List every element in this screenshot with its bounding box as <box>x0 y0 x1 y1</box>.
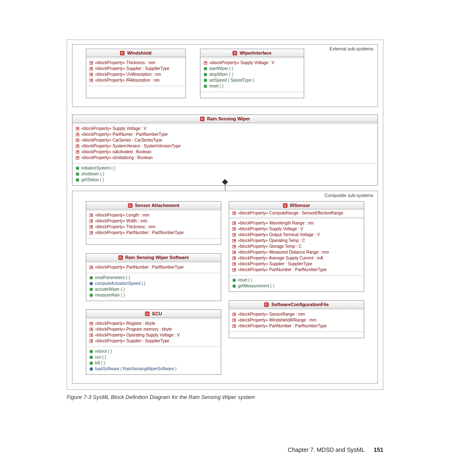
prop-icon <box>232 239 236 242</box>
class-icon: C <box>283 203 288 208</box>
block-title: ECU <box>152 311 162 316</box>
class-icon: C <box>264 302 269 307</box>
prop-icon <box>232 251 236 254</box>
class-icon: C <box>118 255 123 260</box>
block-title: IRSensor <box>290 203 310 208</box>
prop-item: «blockProperty» ComputeRange : SensorEff… <box>232 210 360 216</box>
footer-chapter: Chapter 7. MDSD and SysML <box>288 446 365 453</box>
op-item: reset ( ) <box>204 83 300 89</box>
op-item: readParameters ( ) <box>90 275 218 281</box>
prop-icon <box>90 73 93 76</box>
prop-item: «blockProperty» Supply Voltage : V <box>232 226 360 232</box>
figure-caption: Figure 7-3 SysML Block Definition Diagra… <box>67 394 383 400</box>
prop-item: «blockProperty» Supply Voltage : V <box>76 126 374 132</box>
prop-item: «blockProperty» Wavelength Range : nm <box>232 220 360 226</box>
prop-item: «blockProperty» Storage Temp : C <box>232 244 360 249</box>
op-icon <box>90 356 93 359</box>
prop-item: «blockProperty» SensorRange : mm <box>232 312 360 317</box>
block-empty <box>229 332 364 338</box>
block-props: «blockProperty» Wavelength Range : nm «b… <box>229 219 364 276</box>
op-icon <box>76 178 79 182</box>
prop-icon <box>90 334 93 337</box>
op-item: measureRain ( ) <box>90 292 218 298</box>
op-icon <box>90 350 93 353</box>
block-header: C Sensor Attachement <box>86 202 221 209</box>
col-right: C IRSensor «blockProperty» ComputeRange … <box>229 201 364 342</box>
package-label-external: External sub-systems <box>330 46 373 51</box>
block-ecu: C ECU «blockProperty» Register : kbyte «… <box>86 309 221 375</box>
prop-icon <box>76 127 79 130</box>
op-item: getMeasurement ( ) <box>232 283 360 289</box>
prop-item: «blockProperty» Thickness : mm <box>90 60 182 66</box>
op-item: InitializeSystem ( ) <box>76 165 374 171</box>
block-swcfg: C SoftwareConfigurationFile «blockProper… <box>229 300 364 338</box>
prop-item: «blockProperty» Average Supply Current :… <box>232 255 360 261</box>
prop-icon <box>76 139 79 142</box>
prop-icon <box>232 319 236 322</box>
prop-item: «blockProperty» SystemVersion : SystemVe… <box>76 143 374 149</box>
class-icon: C <box>200 117 205 121</box>
prop-item: «blockProperty» Supplier : SupplierType <box>90 338 218 344</box>
block-ops: reboot ( ) run ( ) kill ( ) loadSoftware… <box>86 347 221 374</box>
block-header: C Rain Sensing Wiper Software <box>86 254 221 262</box>
op-icon <box>90 276 93 279</box>
prop-icon <box>232 233 236 237</box>
block-ops-empty <box>86 86 185 92</box>
op-item: reboot ( ) <box>90 349 218 354</box>
block-header: C Rain Sensing Wiper <box>72 115 378 123</box>
op-icon <box>90 282 93 285</box>
prop-item: «blockProperty» isActivated : Boolean <box>76 149 374 155</box>
prop-item: «blockProperty» UVAbsorption : nm <box>90 72 182 77</box>
block-props: «blockProperty» Length : mm «blockProper… <box>86 211 221 239</box>
block-ops: readParameters ( ) computeActuationSpeed… <box>86 273 221 301</box>
prop-icon <box>90 79 93 82</box>
op-item: shutdown ( ) <box>76 171 374 177</box>
prop-item: «blockProperty» Operating Temp : C <box>232 238 360 244</box>
prop-item: «blockProperty» Length : mm <box>90 212 218 218</box>
class-icon: C <box>128 203 132 208</box>
op-item: setSpeed ( SpeedType ) <box>204 77 300 83</box>
prop-item: «blockProperty» Supplier : SupplierType <box>232 261 360 267</box>
package-composite: Composite sub-systems C Sensor Attacheme… <box>72 191 378 384</box>
prop-icon <box>90 339 93 343</box>
prop-icon <box>232 262 236 266</box>
op-icon <box>76 167 79 170</box>
prop-item: «blockProperty» Register : kbyte <box>90 321 218 326</box>
class-icon: C <box>120 51 125 55</box>
prop-icon <box>232 313 236 316</box>
block-header: C IRSensor <box>229 202 364 209</box>
block-rain-sensing-wiper: C Rain Sensing Wiper «blockProperty» Sup… <box>72 115 378 186</box>
package-external: External sub-systems C Windshield «block… <box>72 44 378 107</box>
class-icon: C <box>232 51 237 55</box>
prop-icon <box>90 61 93 65</box>
connector-line <box>225 182 225 192</box>
prop-icon <box>90 219 93 223</box>
block-props: «blockProperty» Supply Voltage : V start… <box>200 58 304 92</box>
block-windshield: C Windshield «blockProperty» Thickness :… <box>86 49 186 98</box>
prop-item: «blockProperty» PartNumber : PartNumberT… <box>232 267 360 273</box>
op-icon <box>204 67 207 70</box>
prop-item: «blockProperty» Supply Voltage : V <box>204 60 300 66</box>
op-icon <box>204 73 207 76</box>
prop-item: «blockProperty» Wdith : mm <box>90 218 218 224</box>
package-label-composite: Composite sub-systems <box>325 193 373 198</box>
prop-icon <box>76 145 79 148</box>
block-empty <box>86 239 221 244</box>
op-icon <box>90 361 93 365</box>
op-item: computeActuationSpeed ( ) <box>90 281 218 287</box>
op-icon <box>90 294 93 297</box>
block-title: Rain Sensing Wiper <box>207 116 250 121</box>
page: External sub-systems C Windshield «block… <box>0 0 450 476</box>
op-item: actuateWiper ( ) <box>90 287 218 292</box>
prop-item: «blockProperty» isInitializing : Boolean <box>76 155 374 161</box>
col-left: C Sensor Attachement «blockProperty» Len… <box>86 201 221 379</box>
op-icon <box>232 284 236 288</box>
prop-item: «blockProperty» Supplier : SupplierType <box>90 66 182 72</box>
prop-icon <box>232 222 236 225</box>
prop-item: «blockProperty» Operating Supply Voltage… <box>90 332 218 338</box>
prop-icon <box>90 231 93 234</box>
prop-item: «blockProperty» PartNumber : PartNumberT… <box>90 264 218 270</box>
prop-icon <box>90 225 93 229</box>
block-header: C SoftwareConfigurationFile <box>229 301 364 309</box>
footer-page-number: 151 <box>374 446 383 453</box>
